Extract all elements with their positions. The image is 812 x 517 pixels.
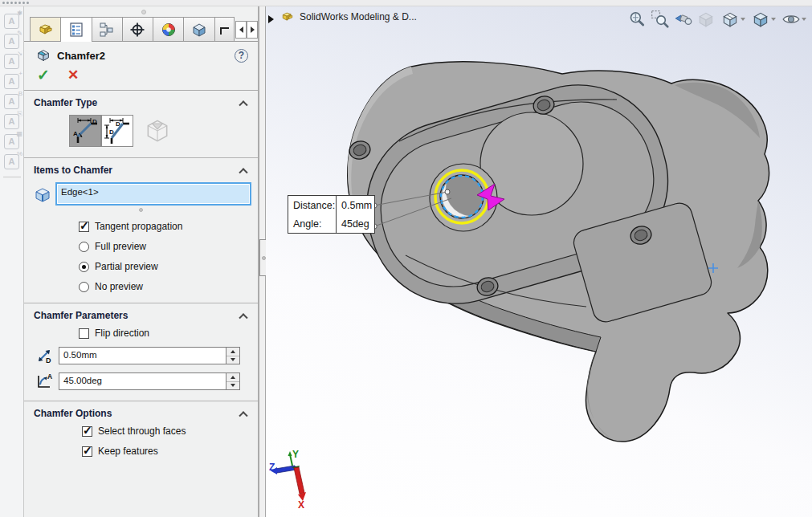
partial-preview-radio[interactable] (79, 262, 89, 272)
panel-grip[interactable] (141, 10, 146, 14)
distance-value[interactable]: 0.50mm (59, 348, 226, 364)
svg-text:Y: Y (292, 449, 299, 460)
cancel-button[interactable]: ✕ (67, 67, 79, 83)
previous-view-button[interactable] (673, 9, 694, 30)
cam-tab[interactable] (183, 17, 214, 41)
select-through-faces-checkbox[interactable]: ✓ (82, 426, 92, 437)
part-icon (280, 10, 295, 24)
angle-value[interactable]: 45.00deg (59, 373, 226, 389)
model-3d-view[interactable] (266, 6, 812, 517)
chamfer-angle-icon: A (35, 372, 53, 390)
keep-features-checkbox[interactable]: ✓ (82, 446, 92, 457)
previous-view-icon (674, 10, 693, 29)
angle-spinner (226, 373, 239, 389)
arrow-left-icon (239, 26, 243, 33)
collapse-chevron-icon[interactable] (239, 411, 247, 420)
spin-down-button[interactable] (226, 356, 239, 364)
collapse-chevron-icon[interactable] (239, 313, 247, 322)
feature-title-row: Chamfer2 ? (24, 42, 258, 66)
annotation-chain-icon[interactable]: A% (2, 152, 22, 171)
part-icon (37, 21, 55, 39)
dimxpertmanager-tab[interactable] (122, 17, 153, 41)
confirm-row: ✓ ✕ (24, 66, 258, 91)
section-items-to-chamfer: Items to Chamfer Edge<1> ✓ Tangent propa… (24, 158, 258, 303)
arrow-up-icon (231, 376, 235, 379)
distance-distance-button[interactable]: D D (101, 115, 133, 147)
spin-up-button[interactable] (226, 348, 239, 356)
distance-field[interactable]: 0.50mm (59, 347, 240, 364)
displaymanager-tab[interactable] (153, 17, 184, 41)
partial-preview-label: Partial preview (95, 261, 158, 272)
tree-flyout-arrow-icon[interactable] (268, 15, 274, 23)
no-preview-radio[interactable] (79, 282, 89, 292)
vertex-chamfer-icon (143, 116, 172, 145)
annotation-toolbar: A✱ A✎ A↘ A+ AB A⎘ A▦ A% (0, 6, 24, 517)
ok-button[interactable]: ✓ (37, 67, 50, 83)
toolbar-grip[interactable] (2, 2, 29, 4)
arrow-right-icon (251, 26, 255, 33)
annotation-edit-icon[interactable]: A✎ (2, 31, 22, 51)
section-header[interactable]: Chamfer Parameters (24, 303, 258, 326)
arrow-down-icon (231, 384, 235, 387)
display-style-button[interactable] (750, 9, 778, 30)
section-chamfer-parameters: Chamfer Parameters ✓ Flip direction D 0.… (24, 303, 258, 401)
panel-splitter[interactable] (259, 6, 266, 517)
svg-text:D: D (46, 356, 51, 364)
section-header[interactable]: Chamfer Options (24, 401, 258, 424)
section-view-button[interactable] (696, 9, 717, 30)
section-header[interactable]: Chamfer Type (24, 91, 258, 113)
configurationmanager-tab[interactable] (92, 17, 123, 41)
featuremanager-tab[interactable] (30, 17, 61, 41)
zoom-to-fit-button[interactable] (626, 9, 647, 30)
annotation-pair-icon[interactable]: AB (2, 92, 22, 111)
section-title: Chamfer Parameters (34, 310, 128, 321)
view-orientation-button[interactable] (720, 9, 748, 30)
feature-tree-flyout[interactable]: SolidWorks Modeling & D... (280, 10, 417, 24)
dropdown-caret-icon[interactable] (771, 18, 776, 21)
angle-field[interactable]: 45.00deg (59, 372, 240, 390)
tangent-propagation-label: Tangent propagation (95, 221, 182, 232)
collapse-chevron-icon[interactable] (239, 168, 247, 177)
auto-dimension-scheme-icon[interactable]: A✱ (2, 11, 22, 31)
annotation-add-icon[interactable]: A+ (2, 71, 22, 91)
annotation-pattern-icon[interactable]: A▦ (2, 132, 22, 151)
angle-distance-icon: D A (71, 116, 100, 145)
zoom-to-fit-icon (627, 10, 647, 29)
full-preview-radio[interactable] (79, 242, 89, 252)
tab-scroll-left-button[interactable] (235, 21, 247, 39)
edge-selection-listbox[interactable]: Edge<1> (55, 182, 251, 206)
eye-icon (781, 10, 801, 29)
zoom-to-area-button[interactable] (650, 9, 671, 30)
propertymanager-tab[interactable] (60, 17, 92, 42)
selected-edge-item[interactable]: Edge<1> (58, 185, 249, 203)
vertex-chamfer-button[interactable] (141, 115, 173, 147)
flip-direction-checkbox[interactable]: ✓ (79, 328, 89, 339)
dropdown-caret-icon[interactable] (802, 18, 806, 21)
callout-angle-value[interactable]: 45deg (337, 214, 374, 233)
callout-distance-value[interactable]: 0.5mm (337, 196, 374, 214)
help-icon[interactable]: ? (235, 49, 248, 63)
annotation-copy-icon[interactable]: A⎘ (2, 112, 22, 131)
listbox-resize-grip[interactable] (139, 208, 143, 212)
page-title: Chamfer2 (57, 50, 105, 62)
spin-down-button[interactable] (226, 382, 239, 390)
spin-up-button[interactable] (226, 373, 239, 382)
graphics-viewport[interactable]: SolidWorks Modeling & D... (266, 6, 812, 517)
chamfer-callout: Distance: 0.5mm Angle: 45deg (288, 195, 375, 234)
keep-features-label: Keep features (98, 446, 158, 457)
section-header[interactable]: Items to Chamfer (24, 158, 258, 181)
chamfer-distance-icon: D (35, 347, 53, 364)
tangent-propagation-checkbox[interactable]: ✓ (79, 222, 89, 232)
dimxpert-target-icon (129, 21, 146, 39)
full-preview-label: Full preview (95, 241, 146, 252)
annotation-move-icon[interactable]: A↘ (2, 51, 22, 71)
heads-up-toolbar (626, 9, 809, 30)
svg-text:X: X (298, 499, 304, 509)
tab-scroll-right-button[interactable] (247, 21, 258, 39)
overflow-tab[interactable] (214, 17, 235, 41)
select-through-faces-label: Select through faces (98, 425, 186, 437)
hide-show-items-button[interactable] (781, 9, 809, 30)
collapse-chevron-icon[interactable] (239, 100, 247, 109)
dropdown-caret-icon[interactable] (741, 18, 745, 21)
angle-distance-button[interactable]: D A (69, 115, 101, 147)
